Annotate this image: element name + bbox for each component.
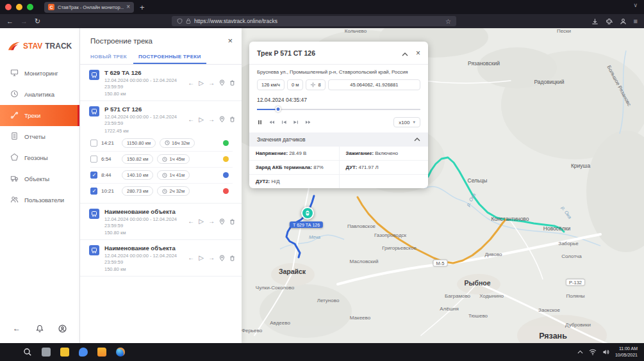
delete-track-icon[interactable]: [229, 255, 235, 262]
step-forward-icon[interactable]: [293, 119, 299, 125]
sensor-value: 471.97 Л: [358, 164, 378, 170]
sensor-value: Включено: [375, 150, 398, 156]
rewind-icon[interactable]: [268, 119, 275, 125]
browser-tab[interactable]: С СтавТрак - Онлайн монитор... ×: [44, 2, 134, 13]
account-icon[interactable]: [620, 18, 627, 25]
delete-track-icon[interactable]: [229, 79, 235, 86]
collapse-sidebar-icon[interactable]: ←: [13, 324, 21, 333]
sidebar-item-reports[interactable]: Отчеты: [0, 126, 79, 147]
segment-color-dot: [223, 188, 229, 194]
arrow-right-icon[interactable]: →: [208, 255, 215, 261]
slider-handle[interactable]: [276, 106, 281, 112]
extensions-icon[interactable]: [606, 18, 613, 25]
delete-track-icon[interactable]: [229, 116, 235, 123]
tab-built-tracks[interactable]: ПОСТРОЕННЫЕ ТРЕКИ: [133, 50, 206, 64]
collapse-panel-icon[interactable]: [402, 47, 408, 59]
reload-icon[interactable]: ↻: [35, 18, 40, 25]
track-segment-row[interactable]: 8:44 140.10 км 1ч 41м: [90, 167, 233, 183]
sidebar-item-geozones[interactable]: Геозоны: [0, 147, 79, 168]
back-icon[interactable]: ←: [6, 18, 13, 25]
playback-slider[interactable]: [257, 106, 420, 113]
slider-track[interactable]: [257, 109, 420, 110]
close-panel-icon[interactable]: ×: [227, 36, 233, 45]
sidebar-item-analytics[interactable]: Аналитика: [0, 84, 79, 105]
track-list-item[interactable]: Р 571 СТ 126 12.04.2024 00:00:00 - 12.04…: [80, 101, 242, 203]
vehicle-marker-label[interactable]: Т 629 ТА 126: [290, 221, 323, 228]
browser-icon[interactable]: [116, 348, 125, 357]
minimize-window-button[interactable]: [16, 4, 22, 10]
arrow-left-icon[interactable]: ←: [188, 116, 194, 123]
play-track-icon[interactable]: ▷: [199, 255, 204, 261]
play-track-icon[interactable]: ▷: [199, 116, 204, 123]
track-list-item[interactable]: Наименование объекта 12.04.2024 00:00:00…: [80, 204, 242, 240]
delete-track-icon[interactable]: [229, 218, 235, 225]
sidebar-item-users[interactable]: Пользователи: [0, 189, 79, 211]
lock-icon[interactable]: [186, 18, 191, 24]
close-detail-icon[interactable]: ×: [416, 49, 420, 57]
arrow-right-icon[interactable]: →: [208, 80, 215, 86]
tabbar-overflow-icon[interactable]: ∨: [633, 2, 638, 8]
track-list-item[interactable]: Т 629 ТА 126 12.04.2024 00:00:00 - 12.04…: [80, 65, 242, 101]
tab-new-track[interactable]: НОВЫЙ ТРЕК: [85, 50, 132, 64]
bell-icon[interactable]: [36, 325, 44, 332]
url-text[interactable]: https://www.stavtrack.online/tracks: [194, 18, 442, 24]
arrow-left-icon[interactable]: ←: [188, 218, 194, 225]
segment-checkbox[interactable]: [90, 156, 97, 163]
taskbar-clock[interactable]: 11:00 AM 10/05/2021: [615, 346, 638, 358]
clock-icon: [162, 189, 167, 194]
locate-track-icon[interactable]: [219, 255, 225, 262]
star-icon[interactable]: ☆: [445, 18, 451, 25]
sidebar-item-tracks[interactable]: Треки: [0, 105, 79, 126]
task-view-icon[interactable]: [42, 348, 51, 357]
sidebar-item-monitoring[interactable]: Мониторинг: [0, 63, 79, 84]
maximize-window-button[interactable]: [27, 4, 33, 10]
playback-speed-select[interactable]: x100▾: [393, 117, 420, 127]
close-window-button[interactable]: [5, 4, 12, 10]
track-segment-row[interactable]: 6:54 150.82 км 1ч 45м: [90, 151, 233, 167]
tray-chevron-icon[interactable]: [577, 350, 583, 354]
step-back-icon[interactable]: [281, 119, 287, 125]
fast-forward-icon[interactable]: [305, 119, 311, 125]
segment-distance: 1150.80 км: [122, 138, 156, 148]
network-icon[interactable]: [589, 349, 597, 355]
files-icon[interactable]: [60, 348, 69, 357]
chat-icon[interactable]: [79, 348, 88, 357]
folder-icon[interactable]: [97, 348, 106, 357]
segment-checkbox[interactable]: [90, 172, 97, 179]
track-list-item[interactable]: Наименование объекта 12.04.2024 00:00:00…: [80, 240, 242, 277]
profile-icon[interactable]: [58, 325, 67, 333]
locate-track-icon[interactable]: [219, 116, 225, 123]
tab-close-icon[interactable]: ×: [126, 4, 130, 10]
tab-favicon-icon: С: [48, 4, 54, 10]
search-icon[interactable]: [23, 348, 32, 357]
sensors-section-header[interactable]: Значения датчиков: [249, 132, 428, 147]
address-bar[interactable]: https://www.stavtrack.online/tracks ☆: [172, 16, 456, 26]
shield-icon[interactable]: [177, 18, 183, 24]
map-label: Григорьевское: [382, 245, 417, 251]
forward-icon[interactable]: →: [21, 18, 28, 25]
track-segment-row[interactable]: 10:21 280.73 км 2ч 32м: [90, 183, 233, 199]
segment-checkbox[interactable]: [90, 140, 97, 147]
satellites-stat: 8: [306, 79, 325, 90]
locate-track-icon[interactable]: [219, 218, 225, 225]
arrow-right-icon[interactable]: →: [208, 218, 215, 225]
volume-icon[interactable]: [602, 349, 609, 355]
segment-checkbox[interactable]: [90, 188, 97, 195]
clock-time: 11:00 AM: [615, 346, 638, 352]
map-label: Рыбное: [464, 279, 490, 287]
menu-icon[interactable]: ≡: [634, 18, 638, 25]
vehicle-marker[interactable]: [301, 207, 314, 220]
locate-track-icon[interactable]: [219, 79, 225, 86]
arrow-left-icon[interactable]: ←: [188, 255, 194, 261]
playback-controls: x100▾: [249, 114, 428, 132]
play-track-icon[interactable]: ▷: [199, 80, 204, 86]
sidebar-item-objects[interactable]: Объекты: [0, 168, 79, 189]
arrow-right-icon[interactable]: →: [208, 116, 215, 123]
chevron-up-icon[interactable]: [414, 136, 420, 143]
play-track-icon[interactable]: ▷: [199, 218, 204, 225]
pause-icon[interactable]: [257, 119, 263, 125]
download-icon[interactable]: [591, 18, 599, 25]
track-segment-row[interactable]: 14:21 1150.80 км 16ч 32м: [90, 135, 233, 151]
arrow-left-icon[interactable]: ←: [188, 80, 194, 86]
new-tab-button[interactable]: +: [140, 3, 145, 12]
